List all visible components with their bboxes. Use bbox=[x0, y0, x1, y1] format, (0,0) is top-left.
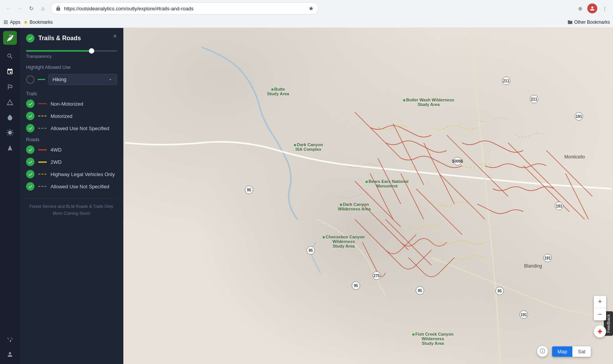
map-area[interactable]: ButteStudy Area Butler Wash WildernessSt… bbox=[123, 28, 613, 364]
search-sidebar-button[interactable] bbox=[3, 49, 17, 63]
road-alloweduse-check[interactable] bbox=[26, 182, 34, 191]
bookmarks-item[interactable]: Bookmarks bbox=[23, 20, 52, 25]
hwy-95-e: 95 bbox=[495, 287, 504, 295]
highway-line bbox=[38, 174, 47, 175]
sunrise-sidebar-button[interactable] bbox=[3, 126, 17, 140]
trail-allowed-use-item: Allowed Use Not Specified bbox=[26, 124, 117, 132]
trail-alloweduse-check[interactable] bbox=[26, 124, 34, 132]
home-button[interactable]: ⌂ bbox=[38, 3, 48, 14]
footer-line1: Forest Service and BLM Roads & Trails On… bbox=[30, 204, 114, 209]
apps-label: Apps bbox=[10, 20, 20, 25]
place-butler-wash: Butler Wash WildernessStudy Area bbox=[403, 98, 454, 107]
road-2wd-check[interactable] bbox=[26, 158, 34, 166]
road-4wd-label: 4WD bbox=[51, 147, 62, 153]
forward-button[interactable]: → bbox=[15, 3, 25, 14]
place-dark-canyon-wilderness: Dark CanyonWilderness Area bbox=[338, 202, 371, 211]
hwy-95-c: 95 bbox=[352, 281, 360, 290]
trail-alloweduse-label: Allowed Use Not Specified bbox=[51, 126, 109, 131]
highlight-row: Hiking bbox=[26, 74, 117, 85]
trail-motorized-check[interactable] bbox=[26, 112, 34, 120]
address-bar[interactable]: https://outsideanalytics.com/outly/explo… bbox=[51, 2, 319, 15]
logo-leaf-icon bbox=[6, 34, 14, 42]
panel-title-row: Trails & Roads bbox=[26, 34, 117, 42]
2wd-line bbox=[38, 162, 47, 163]
trail-motorized-label: Motorized bbox=[51, 113, 72, 119]
road-2wd-label: 2WD bbox=[51, 159, 62, 165]
hiking-dropdown[interactable]: Hiking bbox=[48, 74, 117, 85]
apps-bookmark[interactable]: Apps bbox=[3, 20, 20, 25]
place-fish-creek: Fish Creek CanyonWildernessStudy Area bbox=[412, 332, 454, 346]
place-cheesebox: Cheesebox CanyonWildernessStudy Area bbox=[323, 235, 365, 248]
map-info-button[interactable]: ⓘ bbox=[537, 346, 548, 357]
other-bookmarks[interactable]: Other Bookmarks bbox=[567, 20, 610, 25]
tower-sidebar-button[interactable] bbox=[3, 141, 17, 155]
star-icon[interactable] bbox=[308, 6, 314, 11]
place-dark-canyon-isa: Dark CanyonISA Complex bbox=[294, 142, 323, 152]
panel-footer: Forest Service and BLM Roads & Trails On… bbox=[26, 198, 117, 217]
nav-buttons: ← → ↻ ⌂ bbox=[3, 3, 48, 14]
panel-title: Trails & Roads bbox=[38, 35, 81, 42]
transparency-label: Transparency bbox=[26, 54, 117, 59]
road-2wd-item: 2WD bbox=[26, 158, 117, 166]
nonmotorized-line bbox=[38, 103, 47, 104]
hwy-211-a: 211 bbox=[502, 77, 510, 85]
road-4wd-check[interactable] bbox=[26, 145, 34, 154]
road-alloweduse-label: Allowed Use Not Specified bbox=[51, 184, 109, 189]
bookmarks-bar: Apps Bookmarks Other Bookmarks bbox=[0, 17, 613, 28]
menu-button[interactable]: ⋮ bbox=[599, 3, 610, 14]
logo-button[interactable] bbox=[3, 31, 17, 45]
place-bears-ears: Bears Ears NationalMonument bbox=[366, 179, 408, 188]
account-button[interactable] bbox=[587, 3, 598, 14]
hwy-50096: S0096 bbox=[453, 157, 462, 165]
user-sidebar-button[interactable] bbox=[3, 348, 17, 361]
grid-icon bbox=[3, 20, 8, 25]
back-button[interactable]: ← bbox=[3, 3, 14, 14]
hwy-211-b: 211 bbox=[530, 95, 538, 103]
compass-icon bbox=[597, 328, 603, 335]
trail-non-motorized-item: Non-Motorized bbox=[26, 100, 117, 108]
slider-thumb[interactable] bbox=[89, 48, 94, 54]
map-sidebar-button[interactable] bbox=[3, 65, 17, 78]
terrain-sidebar-button[interactable] bbox=[3, 80, 17, 94]
check-icon bbox=[28, 36, 33, 41]
map-type-buttons: Map Sat bbox=[552, 346, 591, 357]
road-4wd-item: 4WD bbox=[26, 145, 117, 154]
camping-sidebar-button[interactable] bbox=[3, 95, 17, 109]
road-highway-check[interactable] bbox=[26, 170, 34, 178]
trail-nonmotorized-label: Non-Motorized bbox=[51, 101, 83, 107]
map-type-sat[interactable]: Sat bbox=[572, 346, 591, 357]
city-blanding: Blanding bbox=[524, 263, 542, 269]
road-highway-label: Highway Legal Vehicles Only bbox=[51, 171, 115, 177]
chevron-down-icon bbox=[108, 77, 113, 82]
allowed-use-road-line bbox=[38, 186, 47, 187]
lock-icon bbox=[56, 6, 61, 11]
compass-button[interactable] bbox=[594, 325, 606, 338]
place-butte: ButteStudy Area bbox=[267, 87, 289, 96]
profile-avatar bbox=[587, 3, 597, 13]
map-type-map[interactable]: Map bbox=[552, 346, 572, 357]
footer-line2: More Coming Soon! bbox=[53, 211, 90, 215]
highlight-section-label: Highlight Allowed Use bbox=[26, 65, 117, 70]
other-bookmarks-label: Other Bookmarks bbox=[574, 20, 610, 25]
bookmark-star-icon bbox=[23, 20, 28, 24]
panel-close-button[interactable]: × bbox=[110, 32, 120, 41]
browser-chrome: ← → ↻ ⌂ https://outsideanalytics.com/out… bbox=[0, 0, 613, 28]
trails-roads-panel: × Trails & Roads Transparency Highlight … bbox=[20, 28, 123, 364]
slider-fill bbox=[26, 50, 92, 52]
dropdown-value: Hiking bbox=[52, 77, 66, 82]
transparency-section: Transparency bbox=[26, 50, 117, 59]
browser-right-controls: ⊕ ⋮ bbox=[575, 3, 610, 14]
bookmarks-label: Bookmarks bbox=[30, 20, 52, 25]
reload-button[interactable]: ↻ bbox=[26, 3, 37, 14]
hwy-95-a: 95 bbox=[245, 186, 253, 194]
url-text: https://outsideanalytics.com/outly/explo… bbox=[64, 6, 305, 11]
zoom-out-button[interactable]: − bbox=[594, 308, 606, 320]
allowed-use-trail-line bbox=[38, 128, 47, 129]
trail-nonmotorized-check[interactable] bbox=[26, 100, 34, 108]
water-sidebar-button[interactable] bbox=[3, 111, 17, 124]
zoom-in-button[interactable]: + bbox=[594, 296, 606, 308]
pawprint-sidebar-button[interactable] bbox=[3, 332, 17, 346]
extensions-button[interactable]: ⊕ bbox=[575, 3, 585, 14]
folder-icon bbox=[567, 20, 573, 25]
hwy-191-a: 191 bbox=[575, 112, 583, 121]
